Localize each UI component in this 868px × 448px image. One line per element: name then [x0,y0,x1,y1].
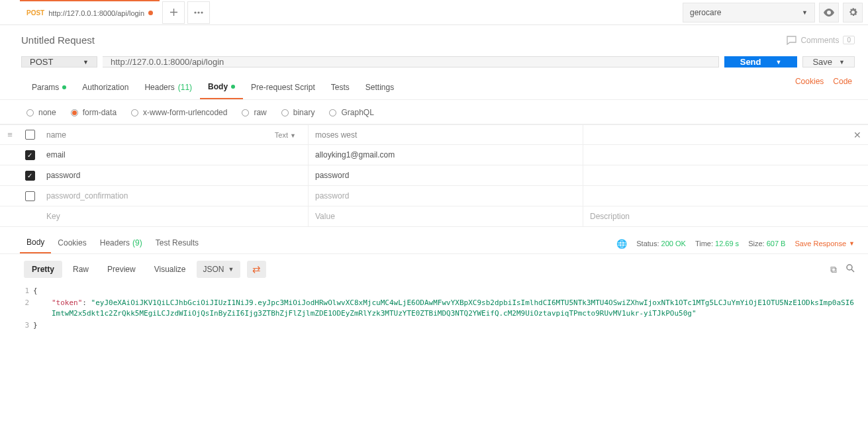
table-row: ✓ password password [0,165,868,186]
chevron-down-icon: ▼ [776,59,782,66]
row-checkbox[interactable]: ✓ [25,171,35,181]
header-desc-cell: ✕ [583,125,868,144]
url-value: http://127.0.0.1:8000/api/login [111,57,224,67]
value-placeholder[interactable]: Value [308,206,583,226]
select-all-checkbox[interactable] [20,130,40,140]
tab-overflow-button[interactable] [187,1,210,24]
send-label: Send [740,57,761,67]
save-response-button[interactable]: Save Response ▼ [795,240,855,247]
save-button[interactable]: Save ▼ [802,56,855,67]
active-dot [231,85,235,89]
environment-select[interactable]: gerocare ▼ [683,3,815,22]
copy-icon[interactable]: ⧉ [830,264,837,275]
close-icon[interactable]: ✕ [853,130,861,140]
comments-count: 0 [843,36,855,44]
search-icon[interactable] [846,264,855,275]
size-item: Size: 607 B [748,240,785,247]
save-label: Save [812,57,832,67]
header-value-cell[interactable]: moses west [308,125,583,144]
desc-cell[interactable] [583,145,868,165]
radio-form-data[interactable]: form-data [71,108,117,117]
row-checkbox[interactable] [25,191,35,201]
header-key-cell[interactable]: name Text ▼ [40,125,308,144]
radio-binary[interactable]: binary [281,108,315,117]
time-item: Time: 12.69 s [695,240,739,247]
tab-prerequest[interactable]: Pre-request Script [243,77,323,99]
code-link[interactable]: Code [833,77,852,99]
tab-method: POST [26,9,44,17]
tab-settings[interactable]: Settings [358,77,402,99]
chevron-down-icon: ▼ [839,59,845,66]
request-header: Untitled Request Comments 0 [0,25,868,52]
resp-tab-headers[interactable]: Headers (9) [93,234,149,253]
tab-body[interactable]: Body [200,77,243,99]
new-tab-button[interactable] [162,1,185,24]
cookies-link[interactable]: Cookies [795,77,824,99]
tab-headers[interactable]: Headers (11) [136,77,200,99]
response-tabs: Body Cookies Headers (9) Test Results 🌐 … [0,227,868,254]
radio-xwww[interactable]: x-www-form-urlencoded [131,108,227,117]
row-checkbox[interactable]: ✓ [25,150,35,160]
desc-cell[interactable] [583,165,868,185]
request-url-row: POST ▼ http://127.0.0.1:8000/api/login S… [0,52,868,74]
tab-authorization[interactable]: Authorization [74,77,136,99]
request-links: Cookies Code [795,77,855,99]
response-view-controls: Pretty Raw Preview Visualize JSON ▼ ⇄ ⧉ [0,254,868,283]
comments-button[interactable]: Comments 0 [787,36,855,45]
radio-raw[interactable]: raw [242,108,266,117]
tab-url: http://127.0.0.1:8000/api/login [48,9,144,17]
value-cell[interactable]: alloyking1@gmail.com [308,145,583,165]
key-cell[interactable]: password [40,165,308,185]
drag-handle-icon[interactable]: ≡ [0,130,20,140]
request-tabs: Params Authorization Headers (11) Body P… [0,74,868,100]
body-type-radios: none form-data x-www-form-urlencoded raw… [0,100,868,124]
globe-icon[interactable]: 🌐 [616,239,627,249]
table-row: password_confirmation password [0,186,868,206]
svg-point-2 [201,11,203,13]
desc-cell[interactable] [583,186,868,206]
response-tools: ⧉ [830,264,855,275]
value-cell[interactable]: password [308,186,583,206]
tab-params[interactable]: Params [24,77,74,99]
desc-placeholder[interactable]: Description [583,206,868,226]
request-tab[interactable]: POST http://127.0.0.1:8000/api/login [20,0,160,24]
svg-point-3 [847,265,852,270]
view-visualize[interactable]: Visualize [146,261,194,278]
status-item: Status: 200 OK [636,240,686,247]
table-row: ✓ email alloyking1@gmail.com [0,145,868,165]
value-cell[interactable]: password [308,165,583,185]
send-button[interactable]: Send ▼ [724,56,798,67]
key-cell[interactable]: email [40,145,308,165]
table-row-empty: Key Value Description [0,206,868,227]
resp-tab-body[interactable]: Body [20,234,51,253]
radio-graphql[interactable]: GraphQL [329,108,373,117]
radio-none[interactable]: none [26,108,56,117]
resp-tab-tests[interactable]: Test Results [149,234,205,253]
comment-icon [787,36,796,45]
format-select[interactable]: JSON ▼ [197,261,241,278]
form-header-row: ≡ name Text ▼ moses west ✕ [0,124,868,145]
form-data-table: ≡ name Text ▼ moses west ✕ ✓ email alloy… [0,124,868,227]
view-pretty[interactable]: Pretty [24,261,62,278]
env-quicklook-button[interactable] [819,3,839,22]
top-bar: POST http://127.0.0.1:8000/api/login ger… [0,0,868,25]
key-placeholder[interactable]: Key [40,206,308,226]
response-meta: 🌐 Status: 200 OK Time: 12.69 s Size: 607… [616,239,855,249]
resp-tab-cookies[interactable]: Cookies [51,234,93,253]
url-input[interactable]: http://127.0.0.1:8000/api/login [103,56,719,67]
svg-point-1 [198,11,200,13]
active-dot [62,85,66,89]
svg-point-0 [195,11,197,13]
environment-name: gerocare [690,8,721,17]
settings-button[interactable] [843,3,863,22]
response-body[interactable]: 1{ 2"token": "eyJ0eXAiOiJKV1QiLCJhbGciOi… [0,283,868,334]
view-raw[interactable]: Raw [65,261,97,278]
wrap-lines-button[interactable]: ⇄ [247,261,266,278]
request-title: Untitled Request [21,34,95,46]
chevron-down-icon: ▼ [802,9,808,16]
view-preview[interactable]: Preview [99,261,144,278]
type-dropdown[interactable]: Text ▼ [275,131,296,139]
key-cell[interactable]: password_confirmation [40,186,308,206]
tab-tests[interactable]: Tests [323,77,358,99]
method-select[interactable]: POST ▼ [21,56,97,67]
